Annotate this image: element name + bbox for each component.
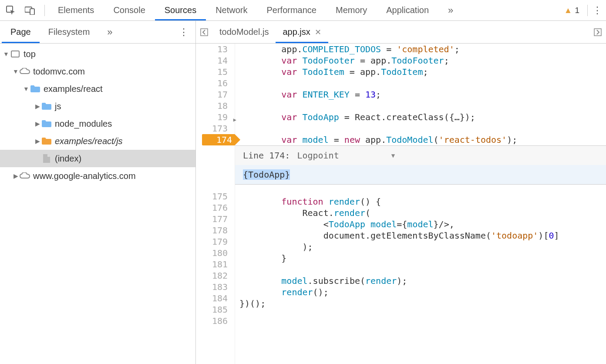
line-number[interactable]: 19▶ — [196, 111, 235, 123]
code-line[interactable]: React.render( — [235, 207, 606, 219]
logpoint-line-label: Line 174: — [243, 150, 290, 161]
device-toggle-icon[interactable] — [22, 2, 38, 19]
line-number[interactable]: 15 — [196, 66, 235, 78]
code-line[interactable]: var TodoFooter = app.TodoFooter; — [235, 55, 606, 66]
settings-menu-icon[interactable]: ⋮ — [591, 5, 603, 16]
chevron-right-icon: ▶ — [34, 103, 41, 110]
toggle-debugger-icon[interactable] — [589, 24, 606, 40]
code-line[interactable]: })(); — [235, 298, 606, 309]
line-number[interactable]: 184 — [196, 293, 235, 304]
line-number[interactable]: 17 — [196, 89, 235, 100]
code-body[interactable]: app.COMPLETED_TODOS = 'completed'; var T… — [235, 44, 606, 364]
more-panels[interactable]: » — [438, 0, 463, 20]
folder-icon — [41, 101, 52, 111]
code-line[interactable] — [235, 185, 606, 196]
code-line[interactable] — [235, 309, 606, 320]
tree-item-top[interactable]: ▼ top — [0, 45, 195, 63]
code-line[interactable]: ); — [235, 241, 606, 253]
line-number[interactable]: 181 — [196, 259, 235, 270]
navigator-tab-filesystem[interactable]: Filesystem — [40, 21, 99, 43]
more-navigator-tabs[interactable]: » — [98, 21, 121, 43]
chevron-right-icon: ▶ — [12, 172, 19, 179]
chevron-right-icon: ▶ — [34, 120, 41, 127]
panel-tab-memory[interactable]: Memory — [326, 0, 377, 20]
code-line[interactable]: <TodoApp model={model}/>, — [235, 219, 606, 230]
line-number[interactable]: 180 — [196, 247, 235, 259]
code-area[interactable]: 13141516171819▶1731741751761771781791801… — [196, 44, 606, 364]
panel-tab-elements[interactable]: Elements — [48, 0, 104, 20]
tree-item-folder[interactable]: ▶ js — [0, 98, 195, 115]
code-line[interactable]: function render() { — [235, 196, 606, 207]
navigate-back-icon[interactable] — [196, 24, 212, 40]
file-tab[interactable]: app.jsx✕ — [276, 21, 328, 43]
line-number[interactable]: 175 — [196, 191, 235, 202]
chevron-down-icon: ▼ — [3, 51, 10, 57]
tree-label: top — [24, 49, 36, 59]
chevron-down-icon: ▼ — [23, 85, 30, 92]
tree-label: examples/react — [44, 84, 103, 94]
line-number[interactable]: 183 — [196, 281, 235, 293]
line-number[interactable]: 13 — [196, 44, 235, 55]
logpoint-input[interactable]: {TodoApp} — [235, 165, 606, 184]
warning-count: 1 — [575, 6, 579, 15]
panel-tab-network[interactable]: Network — [206, 0, 257, 20]
code-line[interactable]: render(); — [235, 286, 606, 298]
panel-tab-application[interactable]: Application — [377, 0, 438, 20]
tree-label: (index) — [55, 154, 81, 164]
panel-tab-console[interactable]: Console — [104, 0, 155, 20]
line-number[interactable]: 185 — [196, 304, 235, 315]
editor-panel: todoModel.jsapp.jsx✕ 13141516171819▶1731… — [196, 21, 606, 364]
line-gutter[interactable]: 13141516171819▶1731741751761771781791801… — [196, 44, 235, 364]
tree-label: node_modules — [55, 119, 112, 129]
file-icon — [41, 154, 52, 163]
panel-tab-performance[interactable]: Performance — [257, 0, 327, 20]
code-line[interactable]: document.getElementsByClassName('todoapp… — [235, 230, 606, 241]
line-number[interactable]: 173 — [196, 123, 235, 134]
navigator-tab-page[interactable]: Page — [2, 21, 40, 43]
code-line[interactable]: model.subscribe(render); — [235, 275, 606, 286]
code-line[interactable]: } — [235, 253, 606, 264]
tree-item-folder[interactable]: ▶ examples/react/js — [0, 132, 195, 150]
close-icon[interactable]: ✕ — [315, 27, 321, 37]
inspect-icon[interactable] — [3, 2, 19, 19]
code-line[interactable] — [235, 78, 606, 89]
tree-label: www.google-analytics.com — [33, 171, 136, 181]
tree-label: todomvc.com — [33, 67, 85, 77]
frame-icon — [10, 49, 21, 59]
svg-rect-5 — [594, 29, 601, 36]
breakpoint-type-select[interactable]: Logpoint▼ — [297, 150, 395, 161]
warnings-badge[interactable]: ▲ 1 — [560, 6, 584, 15]
code-line[interactable]: app.COMPLETED_TODOS = 'completed'; — [235, 44, 606, 55]
navigator-menu-icon[interactable]: ⋮ — [172, 27, 195, 38]
toolbar-separator — [44, 5, 45, 16]
line-number[interactable]: 176 — [196, 202, 235, 213]
line-number[interactable]: 178 — [196, 225, 235, 236]
file-tab-label: todoModel.js — [219, 27, 269, 37]
toolbar-separator — [587, 5, 588, 16]
tree-item-domain[interactable]: ▶ www.google-analytics.com — [0, 167, 195, 185]
line-number[interactable]: 14 — [196, 55, 235, 66]
code-line[interactable] — [235, 100, 606, 111]
line-number[interactable]: 18 — [196, 100, 235, 111]
panel-tab-sources[interactable]: Sources — [155, 0, 206, 20]
breakpoint-marker[interactable]: 174 — [202, 134, 235, 145]
devtools-toolbar: ElementsConsoleSourcesNetworkPerformance… — [0, 0, 606, 21]
code-line[interactable]: var ENTER_KEY = 13; — [235, 89, 606, 100]
line-number[interactable]: 182 — [196, 270, 235, 281]
svg-rect-4 — [201, 29, 208, 36]
tree-item-folder[interactable]: ▼ examples/react — [0, 80, 195, 98]
tree-label: examples/react/js — [55, 136, 123, 146]
code-line[interactable]: var TodoApp = React.createClass({…}); — [235, 111, 606, 123]
tree-item-folder[interactable]: ▶ node_modules — [0, 115, 195, 132]
file-tab[interactable]: todoModel.js — [212, 21, 276, 43]
tree-item-file[interactable]: (index) — [0, 150, 195, 167]
code-line[interactable] — [235, 264, 606, 275]
line-number[interactable]: 16 — [196, 78, 235, 89]
line-number[interactable]: 186 — [196, 315, 235, 327]
line-number[interactable]: 179 — [196, 236, 235, 247]
code-line[interactable]: var model = new app.TodoModel('react-tod… — [235, 134, 606, 145]
code-line[interactable]: var TodoItem = app.TodoItem; — [235, 66, 606, 78]
tree-item-domain[interactable]: ▼ todomvc.com — [0, 63, 195, 80]
line-number[interactable]: 177 — [196, 213, 235, 225]
code-line[interactable] — [235, 123, 606, 134]
